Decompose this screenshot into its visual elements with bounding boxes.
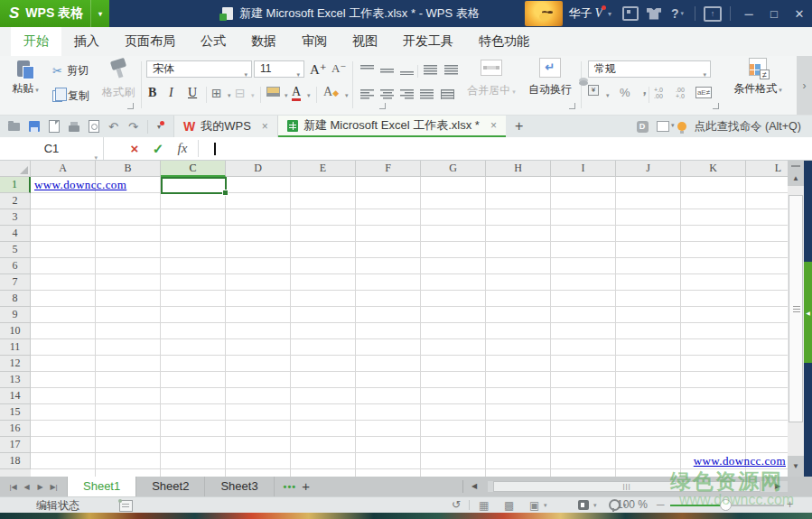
new-tab-button[interactable]: + xyxy=(506,116,532,137)
column-header-C[interactable]: C xyxy=(161,161,226,177)
row-header-18[interactable]: 18 xyxy=(0,453,31,469)
decrease-font-button[interactable]: A⁻ xyxy=(331,61,346,76)
sheet-tab-sheet3[interactable]: Sheet3 xyxy=(205,477,274,496)
maximize-button[interactable]: □ xyxy=(761,0,787,27)
select-all-corner[interactable] xyxy=(0,161,31,177)
format-painter-button[interactable]: 格式刷 xyxy=(98,58,139,100)
account-caret-icon[interactable]: ▾ xyxy=(608,10,611,18)
close-tab-icon[interactable]: × xyxy=(490,119,497,132)
column-header-A[interactable]: A xyxy=(31,161,96,177)
task-pane-toggle[interactable]: ◀ xyxy=(804,262,812,363)
font-name-select[interactable]: 宋体▾ xyxy=(146,60,252,78)
minimize-button[interactable]: ─ xyxy=(736,0,761,27)
column-header-D[interactable]: D xyxy=(226,161,291,177)
macro-record-icon[interactable] xyxy=(119,500,133,512)
help-icon[interactable]: ?▾ xyxy=(666,0,689,27)
borders-button[interactable]: ⊞ xyxy=(211,86,222,100)
wrap-text-button[interactable]: ↵ 自动换行 xyxy=(524,58,576,97)
menu-tab-5[interactable]: 数据 xyxy=(238,27,289,56)
print-preview-icon[interactable] xyxy=(85,117,102,135)
italic-button[interactable]: I xyxy=(169,86,173,100)
cancel-entry-icon[interactable]: × xyxy=(125,137,145,160)
scroll-up-icon[interactable]: ▲ xyxy=(788,171,804,186)
row-header-12[interactable]: 12 xyxy=(0,356,31,372)
docer-icon[interactable]: D xyxy=(637,121,649,133)
user-name-label[interactable]: 华子 xyxy=(568,5,592,22)
row-header-11[interactable]: 11 xyxy=(0,339,31,356)
column-header-I[interactable]: I xyxy=(551,161,616,177)
cut-button[interactable]: ✂ 剪切 xyxy=(52,63,89,79)
clipboard-dialog-launcher-icon[interactable] xyxy=(127,103,134,109)
increase-font-button[interactable]: A⁺ xyxy=(310,61,327,78)
fill-color-icon[interactable] xyxy=(266,87,280,97)
row-header-1[interactable]: 1 xyxy=(0,177,31,193)
close-button[interactable]: ✕ xyxy=(787,0,812,27)
font-color-button[interactable]: A xyxy=(292,85,301,101)
column-header-H[interactable]: H xyxy=(486,161,551,177)
column-header-B[interactable]: B xyxy=(96,161,161,177)
clear-format-caret-icon[interactable]: ▾ xyxy=(345,92,349,99)
menu-tab-3[interactable]: 页面布局 xyxy=(112,27,188,56)
sheet-nav-icon-1[interactable]: ◀ xyxy=(21,483,33,491)
window-arrange-icon[interactable] xyxy=(657,121,669,132)
cell-a1-hyperlink[interactable]: www.downcc.com xyxy=(34,178,126,192)
page-layout-view-icon[interactable]: ▣ xyxy=(529,499,539,512)
vertical-scrollbar[interactable]: ▲ ▼ xyxy=(788,161,804,477)
redo-icon[interactable]: ↷ xyxy=(125,117,142,135)
row-header-16[interactable]: 16 xyxy=(0,421,31,437)
alignment-dialog-launcher-icon[interactable] xyxy=(569,103,575,109)
selected-cell-c1[interactable] xyxy=(161,177,227,194)
tab-mywps[interactable]: W 我的WPS × xyxy=(173,116,278,137)
number-format-select[interactable]: 常规▾ xyxy=(588,60,711,78)
paste-button[interactable]: 粘贴▾ xyxy=(7,60,43,97)
menu-tab-9[interactable]: 特色功能 xyxy=(466,27,542,56)
clear-format-button[interactable]: A◆ xyxy=(323,85,339,99)
column-header-J[interactable]: J xyxy=(616,161,681,177)
wps-app-button[interactable]: S WPS 表格 ▾ xyxy=(0,0,109,27)
column-header-G[interactable]: G xyxy=(421,161,486,177)
message-box-icon[interactable] xyxy=(619,0,642,27)
convert-format-icon[interactable]: aE≠ xyxy=(695,87,712,98)
tab-active-document[interactable]: 新建 Microsoft Excel 工作表.xlsx * × xyxy=(278,116,506,137)
row-header-5[interactable]: 5 xyxy=(0,242,31,258)
underline-button[interactable]: U xyxy=(188,86,197,100)
save-icon[interactable] xyxy=(25,117,42,135)
find-command-hint[interactable]: 点此查找命令 (Alt+Q) xyxy=(695,119,801,134)
vertical-scroll-thumb[interactable] xyxy=(789,195,803,422)
user-avatar[interactable] xyxy=(525,1,563,26)
row-header-14[interactable]: 14 xyxy=(0,388,31,404)
normal-view-icon[interactable]: ▦ xyxy=(479,499,489,512)
restore-ribbon-icon[interactable]: ↑ xyxy=(701,0,724,27)
row-header-15[interactable]: 15 xyxy=(0,404,31,421)
align-middle-icon[interactable] xyxy=(380,65,394,75)
conditional-format-button[interactable]: ≠ 条件格式▾ xyxy=(724,58,791,97)
cells-area[interactable]: www.downcc.com www.downcc.com xyxy=(31,177,788,477)
merge-cells-caret-icon[interactable]: ▾ xyxy=(251,92,255,99)
split-handle[interactable] xyxy=(788,161,804,171)
currency-caret-icon[interactable]: ▾ xyxy=(606,92,610,99)
scroll-down-icon[interactable]: ▼ xyxy=(788,456,804,477)
confirm-entry-icon[interactable]: ✓ xyxy=(148,137,168,160)
distributed-icon[interactable] xyxy=(441,89,454,99)
qat-customize-caret-icon[interactable]: ▾ xyxy=(154,123,164,131)
view-caret-icon[interactable]: ▾ xyxy=(544,502,547,509)
cell-k18-hyperlink[interactable]: www.downcc.com xyxy=(652,454,786,468)
print-icon[interactable] xyxy=(65,117,82,135)
menu-tab-6[interactable]: 审阅 xyxy=(289,27,340,56)
vip-badge-icon[interactable]: V xyxy=(594,6,602,21)
row-header-9[interactable]: 9 xyxy=(0,307,31,323)
insert-function-icon[interactable]: fx xyxy=(172,137,193,160)
export-pdf-icon[interactable] xyxy=(45,117,62,135)
menu-tab-8[interactable]: 开发工具 xyxy=(390,27,466,56)
justify-icon[interactable] xyxy=(420,89,434,99)
bold-button[interactable]: B xyxy=(148,86,156,100)
add-sheet-button[interactable]: + xyxy=(302,477,310,496)
font-color-caret-icon[interactable]: ▾ xyxy=(307,92,311,99)
history-icon[interactable]: ↺ xyxy=(452,498,461,511)
row-header-4[interactable]: 4 xyxy=(0,226,31,242)
row-header-10[interactable]: 10 xyxy=(0,323,31,339)
sheet-nav-icon-2[interactable]: ▶ xyxy=(34,483,46,491)
menu-tab-2[interactable]: 插入 xyxy=(61,27,112,56)
increase-indent-icon[interactable] xyxy=(444,65,458,75)
fill-color-caret-icon[interactable]: ▾ xyxy=(285,92,288,99)
